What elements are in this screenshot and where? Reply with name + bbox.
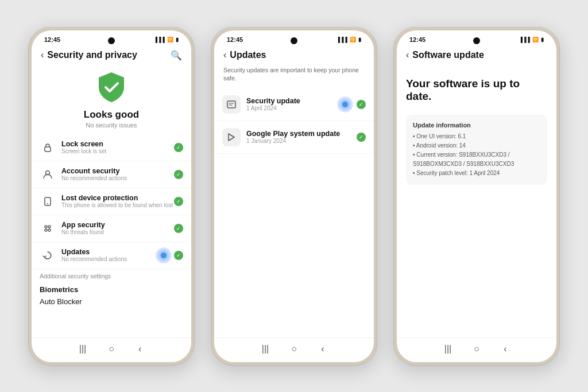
page-title-3: Software update <box>412 50 483 60</box>
screen-updates: ‹ Updates Security updates are important… <box>214 45 374 337</box>
status-time-2: 12:45 <box>227 36 243 43</box>
svg-rect-0 <box>45 147 51 152</box>
hero-subtitle: No security issues <box>86 122 137 129</box>
nav-back-1[interactable]: ‹ <box>135 344 145 354</box>
menu-app-status: ✓ <box>174 224 183 233</box>
svg-point-4 <box>45 226 47 228</box>
security-update-right: ✓ <box>337 96 366 112</box>
menu-item-text-lock: Lock screen Screen lock is set <box>61 140 174 154</box>
green-check-icon-4: ✓ <box>174 224 183 233</box>
nav-home-3[interactable]: ○ <box>471 344 482 354</box>
lock-icon <box>40 139 56 156</box>
additional-security-label: Additional security settings <box>32 269 191 281</box>
nav-bar-1: ||| ○ ‹ <box>32 337 191 362</box>
security-update-title: Security update <box>246 97 337 105</box>
menu-item-lost-device[interactable]: Lost device protection This phone is all… <box>32 188 191 215</box>
header-left-3: ‹ Software update <box>406 50 484 60</box>
update-item-text-security: Security update 1 April 2024 <box>246 97 337 111</box>
menu-section-1: Lock screen Screen lock is set ✓ <box>32 134 191 337</box>
device-icon <box>40 193 56 209</box>
menu-item-lock-screen[interactable]: Lock screen Screen lock is set ✓ <box>32 134 191 161</box>
menu-item-text-app: App security No threats found <box>61 221 174 235</box>
phones-container: 12:45 ▐▐▐ 🛜 ▮ ‹ Security and privacy 🔍 <box>0 0 588 392</box>
menu-updates-title: Updates <box>61 248 156 256</box>
menu-lost-title: Lost device protection <box>61 194 174 202</box>
menu-item-account-security[interactable]: Account security No recommended actions … <box>32 161 191 188</box>
menu-lost-status: ✓ <box>174 197 183 206</box>
updates-icon <box>40 247 56 263</box>
status-time-1: 12:45 <box>44 36 60 43</box>
menu-item-app-security[interactable]: App security No threats found ✓ <box>32 215 191 242</box>
svg-point-7 <box>48 229 51 231</box>
screen-header-1: ‹ Security and privacy 🔍 <box>32 45 191 63</box>
menu-item-updates[interactable]: Updates No recommended actions ✓ <box>32 242 191 269</box>
status-icons-3: ▐▐▐ 🛜 ▮ <box>519 37 544 42</box>
back-button-3[interactable]: ‹ <box>406 50 409 60</box>
nav-home-1[interactable]: ○ <box>106 344 117 354</box>
nav-bar-3: ||| ○ ‹ <box>397 337 556 362</box>
nav-recent-1[interactable]: ||| <box>78 344 88 354</box>
menu-updates-sub: No recommended actions <box>61 256 156 262</box>
page-title-1: Security and privacy <box>47 50 137 60</box>
update-info-item-2: • Current version: S918BXXU3CXD3 / S918B… <box>413 150 540 169</box>
update-info-item-1: • Android version: 14 <box>413 141 540 150</box>
signal-icon: ▐▐▐ <box>154 37 165 42</box>
back-button-2[interactable]: ‹ <box>223 50 226 60</box>
menu-lock-title: Lock screen <box>61 140 174 148</box>
update-info-item-3: • Security patch level: 1 April 2024 <box>413 169 540 178</box>
phone-1: 12:45 ▐▐▐ 🛜 ▮ ‹ Security and privacy 🔍 <box>28 27 195 366</box>
camera-notch-3 <box>473 37 480 44</box>
security-update-date: 1 April 2024 <box>246 105 337 111</box>
green-check-icon-5: ✓ <box>174 251 183 260</box>
phone-3: 12:45 ▐▐▐ 🛜 ▮ ‹ Software update Your sof… <box>393 27 560 366</box>
nav-home-2[interactable]: ○ <box>289 344 299 354</box>
nav-recent-3[interactable]: ||| <box>443 344 453 354</box>
google-play-date: 1 January 2024 <box>246 138 357 144</box>
svg-rect-8 <box>227 101 235 108</box>
svg-point-3 <box>47 203 48 204</box>
back-button-1[interactable]: ‹ <box>41 50 44 60</box>
menu-item-text-updates: Updates No recommended actions <box>61 248 156 262</box>
status-bar-1: 12:45 ▐▐▐ 🛜 ▮ <box>32 30 191 45</box>
blue-ripple-icon-2 <box>337 96 353 112</box>
page-title-2: Updates <box>230 50 266 60</box>
update-item-text-google: Google Play system update 1 January 2024 <box>246 130 357 144</box>
screen-software-update: ‹ Software update Your software is up to… <box>397 45 556 337</box>
signal-icon-2: ▐▐▐ <box>336 37 347 42</box>
status-time-3: 12:45 <box>409 36 425 43</box>
menu-item-text-lost: Lost device protection This phone is all… <box>61 194 174 208</box>
nav-back-3[interactable]: ‹ <box>500 344 510 354</box>
update-item-google-play[interactable]: Google Play system update 1 January 2024… <box>214 121 374 154</box>
svg-marker-9 <box>229 134 234 141</box>
signal-icon-3: ▐▐▐ <box>519 37 530 42</box>
google-play-right: ✓ <box>357 133 366 142</box>
biometrics-header: Biometrics <box>32 281 191 295</box>
google-play-icon <box>222 128 241 146</box>
nav-back-2[interactable]: ‹ <box>318 344 328 354</box>
green-check-icon-6: ✓ <box>357 100 366 109</box>
google-play-title: Google Play system update <box>246 130 357 138</box>
hero-title: Looks good <box>84 109 139 121</box>
account-icon <box>40 166 56 183</box>
blue-dot <box>161 253 167 258</box>
menu-updates-status: ✓ <box>156 247 183 263</box>
menu-lost-sub: This phone is allowed to be found when l… <box>61 202 174 208</box>
status-icons-1: ▐▐▐ 🛜 ▮ <box>154 37 179 42</box>
green-check-icon-3: ✓ <box>174 197 183 206</box>
green-check-icon-7: ✓ <box>357 133 366 142</box>
update-info-title: Update information <box>413 122 540 129</box>
battery-icon: ▮ <box>176 37 179 42</box>
menu-lock-sub: Screen lock is set <box>61 148 174 154</box>
phone-2: 12:45 ▐▐▐ 🛜 ▮ ‹ Updates Security updates… <box>211 27 377 366</box>
nav-bar-2: ||| ○ ‹ <box>214 337 374 362</box>
search-button-1[interactable]: 🔍 <box>171 50 182 61</box>
green-check-icon: ✓ <box>174 143 183 152</box>
menu-account-title: Account security <box>61 167 174 175</box>
update-item-security[interactable]: Security update 1 April 2024 ✓ <box>214 88 374 121</box>
wifi-icon: 🛜 <box>167 37 173 42</box>
nav-recent-2[interactable]: ||| <box>260 344 270 354</box>
menu-account-sub: No recommended actions <box>61 175 174 181</box>
up-to-date-title: Your software is up to date. <box>406 77 547 104</box>
battery-icon-3: ▮ <box>541 37 544 42</box>
app-security-icon <box>40 220 56 236</box>
